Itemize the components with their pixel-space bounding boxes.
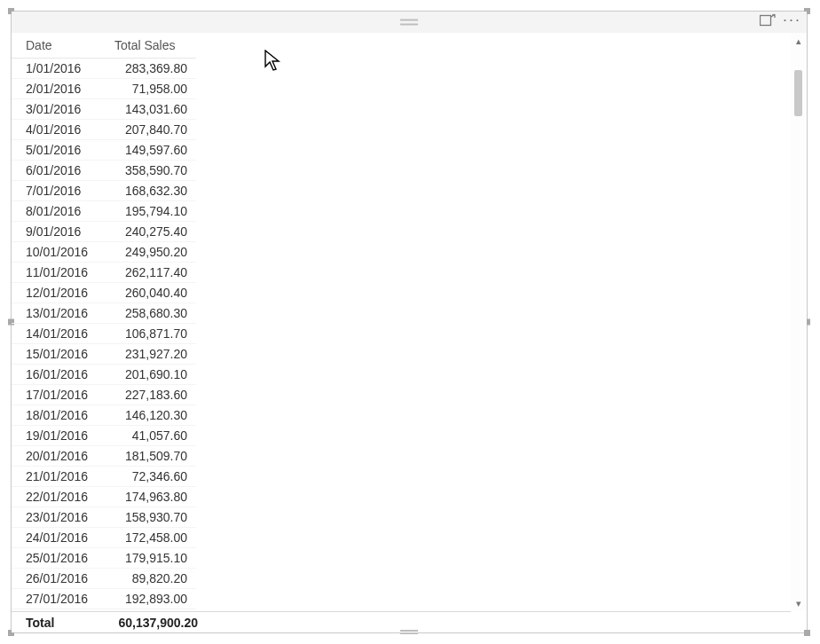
table-row[interactable]: 2/01/201671,958.00 — [12, 79, 196, 99]
table-row[interactable]: 12/01/2016260,040.40 — [12, 283, 196, 303]
date-cell: 22/01/2016 — [12, 487, 100, 507]
sales-cell: 71,958.00 — [100, 79, 196, 99]
table-header-row: Date Total Sales — [12, 33, 196, 59]
table-row[interactable]: 10/01/2016249,950.20 — [12, 242, 196, 263]
date-cell: 13/01/2016 — [12, 303, 100, 324]
date-cell: 18/01/2016 — [12, 405, 100, 426]
table-row[interactable]: 14/01/2016106,871.70 — [12, 324, 196, 344]
date-cell: 9/01/2016 — [12, 222, 100, 242]
table-row[interactable]: 15/01/2016231,927.20 — [12, 344, 196, 365]
scroll-up-icon[interactable]: ▴ — [791, 33, 807, 49]
date-cell: 16/01/2016 — [12, 365, 100, 385]
scroll-down-icon[interactable]: ▾ — [791, 595, 807, 611]
table-row[interactable]: 24/01/2016172,458.00 — [12, 528, 196, 548]
date-cell: 19/01/2016 — [12, 426, 100, 446]
table-scroll-viewport[interactable]: Date Total Sales 1/01/2016283,369.802/01… — [12, 33, 791, 611]
sales-cell: 181,509.70 — [100, 446, 196, 467]
table-row[interactable]: 16/01/2016201,690.10 — [12, 365, 196, 385]
date-cell: 14/01/2016 — [12, 324, 100, 344]
date-cell: 8/01/2016 — [12, 201, 100, 222]
date-cell: 27/01/2016 — [12, 589, 100, 609]
date-cell: 10/01/2016 — [12, 242, 100, 263]
sales-cell: 358,590.70 — [100, 161, 196, 181]
sales-cell: 207,840.70 — [100, 120, 196, 140]
date-cell: 11/01/2016 — [12, 263, 100, 283]
sales-cell: 201,690.10 — [100, 365, 196, 385]
sales-cell: 174,963.80 — [100, 487, 196, 507]
total-value: 60,137,900.20 — [100, 616, 207, 630]
date-cell: 21/01/2016 — [12, 467, 100, 487]
table-visual-frame[interactable]: ··· Date Total Sales 1/01/2016283,369.80… — [11, 11, 808, 633]
table-row[interactable]: 7/01/2016168,632.30 — [12, 181, 196, 201]
date-cell: 7/01/2016 — [12, 181, 100, 201]
table-row[interactable]: 5/01/2016149,597.60 — [12, 140, 196, 161]
column-header-date[interactable]: Date — [12, 33, 100, 59]
date-cell: 6/01/2016 — [12, 161, 100, 181]
sales-cell: 143,031.60 — [100, 99, 196, 120]
date-cell: 2/01/2016 — [12, 79, 100, 99]
sales-cell: 106,871.70 — [100, 324, 196, 344]
bottom-drag-handle-icon[interactable] — [400, 630, 418, 634]
table-row[interactable]: 17/01/2016227,183.60 — [12, 385, 196, 405]
sales-cell: 41,057.60 — [100, 426, 196, 446]
date-cell: 20/01/2016 — [12, 446, 100, 467]
table-row[interactable]: 4/01/2016207,840.70 — [12, 120, 196, 140]
table-row[interactable]: 18/01/2016146,120.30 — [12, 405, 196, 426]
table-row[interactable]: 27/01/2016192,893.00 — [12, 589, 196, 609]
date-cell: 12/01/2016 — [12, 283, 100, 303]
sales-cell: 168,632.30 — [100, 181, 196, 201]
table-row[interactable]: 23/01/2016158,930.70 — [12, 507, 196, 528]
table-row[interactable]: 3/01/2016143,031.60 — [12, 99, 196, 120]
table-row[interactable]: 13/01/2016258,680.30 — [12, 303, 196, 324]
sales-cell: 195,794.10 — [100, 201, 196, 222]
sales-cell: 149,597.60 — [100, 140, 196, 161]
sales-cell: 260,040.40 — [100, 283, 196, 303]
date-cell: 23/01/2016 — [12, 507, 100, 528]
table-row[interactable]: 21/01/201672,346.60 — [12, 467, 196, 487]
sales-cell: 227,183.60 — [100, 385, 196, 405]
date-cell: 5/01/2016 — [12, 140, 100, 161]
visual-header-bar: ··· — [12, 12, 807, 33]
data-table: Date Total Sales 1/01/2016283,369.802/01… — [12, 33, 196, 611]
table-row[interactable]: 25/01/2016179,915.10 — [12, 548, 196, 569]
table-row[interactable]: 19/01/201641,057.60 — [12, 426, 196, 446]
date-cell: 24/01/2016 — [12, 528, 100, 548]
date-cell: 15/01/2016 — [12, 344, 100, 365]
date-cell: 26/01/2016 — [12, 569, 100, 589]
table-row[interactable]: 26/01/201689,820.20 — [12, 569, 196, 589]
table-row[interactable]: 11/01/2016262,117.40 — [12, 263, 196, 283]
vertical-scrollbar[interactable]: ▴ ▾ — [791, 33, 807, 611]
table-body: 1/01/2016283,369.802/01/201671,958.003/0… — [12, 59, 196, 612]
date-cell: 17/01/2016 — [12, 385, 100, 405]
date-cell: 25/01/2016 — [12, 548, 100, 569]
sales-cell: 89,820.20 — [100, 569, 196, 589]
sales-cell: 172,458.00 — [100, 528, 196, 548]
focus-mode-icon[interactable] — [760, 13, 774, 26]
table-row[interactable]: 1/01/2016283,369.80 — [12, 59, 196, 79]
table-row[interactable]: 8/01/2016195,794.10 — [12, 201, 196, 222]
sales-cell: 240,275.40 — [100, 222, 196, 242]
drag-handle-icon[interactable] — [400, 20, 418, 26]
table-row[interactable]: 9/01/2016240,275.40 — [12, 222, 196, 242]
sales-cell: 72,346.60 — [100, 467, 196, 487]
total-label: Total — [12, 616, 100, 630]
sales-cell: 231,927.20 — [100, 344, 196, 365]
date-cell: 1/01/2016 — [12, 59, 100, 79]
sales-cell: 262,117.40 — [100, 263, 196, 283]
sales-cell: 258,680.30 — [100, 303, 196, 324]
sales-cell: 249,950.20 — [100, 242, 196, 263]
sales-cell: 158,930.70 — [100, 507, 196, 528]
date-cell: 4/01/2016 — [12, 120, 100, 140]
svg-rect-0 — [760, 16, 770, 26]
column-header-sales[interactable]: Total Sales — [100, 33, 196, 59]
sales-cell: 283,369.80 — [100, 59, 196, 79]
sales-cell: 146,120.30 — [100, 405, 196, 426]
more-options-icon[interactable]: ··· — [783, 13, 801, 26]
table-row[interactable]: 20/01/2016181,509.70 — [12, 446, 196, 467]
scroll-thumb[interactable] — [794, 70, 802, 116]
table-row[interactable]: 22/01/2016174,963.80 — [12, 487, 196, 507]
date-cell: 3/01/2016 — [12, 99, 100, 120]
sales-cell: 192,893.00 — [100, 589, 196, 609]
visual-header-actions: ··· — [760, 13, 801, 26]
table-row[interactable]: 6/01/2016358,590.70 — [12, 161, 196, 181]
